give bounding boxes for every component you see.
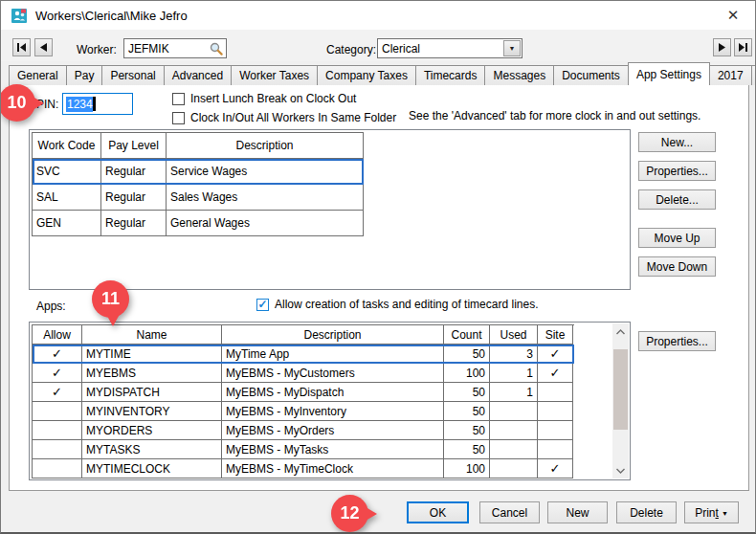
cell-used[interactable] bbox=[490, 440, 538, 459]
search-icon[interactable] bbox=[207, 39, 226, 57]
cell-name[interactable]: MYINVENTORY bbox=[82, 402, 222, 421]
cell-name[interactable]: MYTIMECLOCK bbox=[82, 459, 222, 478]
move-up-button[interactable]: Move Up bbox=[638, 228, 716, 248]
cell-used[interactable]: 1 bbox=[490, 364, 538, 383]
cell-name[interactable]: MYDISPATCH bbox=[82, 383, 222, 402]
allow-check[interactable] bbox=[33, 402, 82, 421]
column-header-site[interactable]: Site bbox=[538, 325, 573, 345]
allow-check[interactable]: ✓ bbox=[33, 383, 82, 402]
site-check[interactable] bbox=[538, 383, 573, 402]
pin-input[interactable]: 1234 bbox=[62, 93, 133, 115]
cell-description[interactable]: Sales Wages bbox=[167, 185, 364, 211]
column-header-allow[interactable]: Allow bbox=[33, 325, 82, 345]
cancel-button[interactable]: Cancel bbox=[479, 501, 540, 523]
print-button[interactable]: Print▼ bbox=[684, 501, 739, 523]
column-header-work-code[interactable]: Work Code bbox=[33, 133, 101, 159]
cell-description[interactable]: MyEBMS - MyOrders bbox=[222, 421, 444, 440]
site-check[interactable] bbox=[538, 421, 573, 440]
app-row-myinventory[interactable]: MYINVENTORY MyEBMS - MyInventory 50 bbox=[33, 402, 574, 421]
new-work-code-button[interactable]: New... bbox=[638, 132, 716, 152]
previous-record-button[interactable] bbox=[34, 38, 53, 56]
site-check[interactable]: ✓ bbox=[538, 459, 573, 478]
worker-input[interactable]: JEFMIK bbox=[123, 38, 227, 58]
app-row-mytime[interactable]: ✓ MYTIME MyTime App 50 3 ✓ bbox=[33, 345, 574, 364]
cell-used[interactable] bbox=[490, 402, 538, 421]
tab-timecards[interactable]: Timecards bbox=[415, 65, 486, 85]
allow-tasks-checkbox[interactable]: ✓ bbox=[256, 299, 269, 311]
cell-code[interactable]: SAL bbox=[33, 185, 101, 211]
properties-app-button[interactable]: Properties... bbox=[638, 331, 716, 351]
cell-used[interactable]: 3 bbox=[490, 345, 538, 364]
chevron-down-icon[interactable]: ▼ bbox=[503, 40, 521, 56]
last-record-button[interactable] bbox=[734, 38, 752, 56]
cell-name[interactable]: MYEBMS bbox=[82, 364, 222, 383]
app-row-mytimeclock[interactable]: MYTIMECLOCK MyEBMS - MyTimeClock 100 ✓ bbox=[33, 459, 574, 478]
cell-count[interactable]: 50 bbox=[444, 421, 490, 440]
site-check[interactable] bbox=[538, 440, 573, 459]
site-check[interactable] bbox=[538, 402, 573, 421]
clock-all-checkbox[interactable] bbox=[172, 112, 185, 124]
close-icon[interactable]: ✕ bbox=[721, 4, 745, 27]
cell-description[interactable]: MyEBMS - MyCustomers bbox=[222, 364, 444, 383]
column-header-pay-level[interactable]: Pay Level bbox=[101, 133, 167, 159]
cell-name[interactable]: MYTASKS bbox=[82, 440, 222, 459]
tab-2016[interactable]: 2016 bbox=[751, 65, 756, 85]
app-row-mytasks[interactable]: MYTASKS MyEBMS - MyTasks 50 bbox=[33, 440, 574, 459]
cell-count[interactable]: 100 bbox=[444, 459, 490, 478]
tab-advanced[interactable]: Advanced bbox=[164, 65, 232, 85]
column-header-count[interactable]: Count bbox=[444, 325, 490, 345]
cell-used[interactable] bbox=[490, 459, 538, 478]
cell-code[interactable]: GEN bbox=[33, 211, 101, 236]
work-code-row-svc[interactable]: SVC Regular Service Wages bbox=[33, 159, 364, 185]
cell-code[interactable]: SVC bbox=[33, 159, 101, 185]
cell-description[interactable]: MyEBMS - MyTasks bbox=[222, 440, 444, 459]
apps-scrollbar[interactable] bbox=[612, 323, 629, 478]
column-header-description[interactable]: Description bbox=[167, 133, 364, 159]
cell-description[interactable]: MyEBMS - MyInventory bbox=[222, 402, 444, 421]
new-button[interactable]: New bbox=[547, 501, 608, 523]
cell-name[interactable]: MYORDERS bbox=[82, 421, 222, 440]
cell-description[interactable]: Service Wages bbox=[167, 159, 364, 185]
cell-count[interactable]: 50 bbox=[444, 402, 490, 421]
app-row-myebms[interactable]: ✓ MYEBMS MyEBMS - MyCustomers 100 1 ✓ bbox=[33, 364, 574, 383]
delete-button[interactable]: Delete bbox=[616, 501, 677, 523]
tab-messages[interactable]: Messages bbox=[484, 65, 554, 85]
cell-level[interactable]: Regular bbox=[101, 159, 167, 185]
cell-description[interactable]: General Wages bbox=[167, 211, 364, 236]
tab-general[interactable]: General bbox=[9, 65, 67, 85]
cell-count[interactable]: 50 bbox=[444, 383, 490, 402]
allow-check[interactable]: ✓ bbox=[33, 345, 82, 364]
work-code-row-gen[interactable]: GEN Regular General Wages bbox=[33, 211, 364, 236]
allow-check[interactable]: ✓ bbox=[33, 364, 82, 383]
delete-work-code-button[interactable]: Delete... bbox=[638, 189, 716, 210]
cell-description[interactable]: MyEBMS - MyTimeClock bbox=[222, 459, 444, 478]
category-select[interactable]: Clerical ▼ bbox=[377, 38, 523, 58]
tab-app-settings[interactable]: App Settings bbox=[628, 62, 710, 85]
move-down-button[interactable]: Move Down bbox=[638, 256, 716, 277]
cell-level[interactable]: Regular bbox=[101, 185, 167, 211]
work-code-row-sal[interactable]: SAL Regular Sales Wages bbox=[33, 185, 364, 211]
cell-used[interactable] bbox=[490, 421, 538, 440]
site-check[interactable]: ✓ bbox=[538, 364, 573, 383]
ok-button[interactable]: OK bbox=[407, 501, 469, 523]
allow-check[interactable] bbox=[33, 459, 82, 478]
app-row-mydispatch[interactable]: ✓ MYDISPATCH MyEBMS - MyDispatch 50 1 bbox=[33, 383, 574, 402]
cell-count[interactable]: 50 bbox=[444, 345, 490, 364]
tab-personal[interactable]: Personal bbox=[101, 65, 164, 85]
cell-count[interactable]: 100 bbox=[444, 364, 490, 383]
cell-description[interactable]: MyTime App bbox=[222, 345, 444, 364]
cell-description[interactable]: MyEBMS - MyDispatch bbox=[222, 383, 444, 402]
tab-company-taxes[interactable]: Company Taxes bbox=[317, 65, 416, 85]
tab-pay[interactable]: Pay bbox=[66, 65, 103, 85]
next-record-button[interactable] bbox=[713, 38, 731, 56]
tab-2017[interactable]: 2017 bbox=[709, 65, 752, 85]
allow-check[interactable] bbox=[33, 440, 82, 459]
site-check[interactable]: ✓ bbox=[538, 345, 573, 364]
allow-check[interactable] bbox=[33, 421, 82, 440]
scroll-up-icon[interactable] bbox=[612, 323, 629, 340]
scroll-down-icon[interactable] bbox=[612, 462, 629, 478]
scrollbar-thumb[interactable] bbox=[613, 349, 628, 430]
first-record-button[interactable] bbox=[12, 38, 31, 56]
column-header-used[interactable]: Used bbox=[490, 325, 538, 345]
cell-count[interactable]: 50 bbox=[444, 440, 490, 459]
